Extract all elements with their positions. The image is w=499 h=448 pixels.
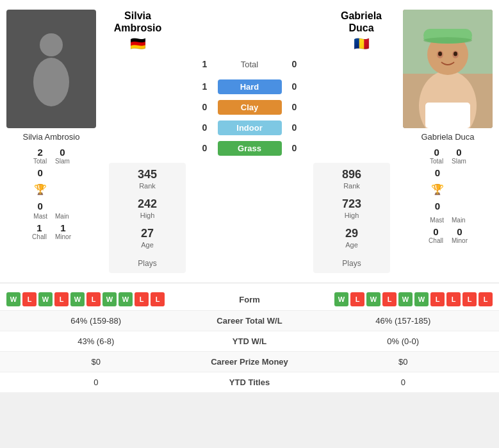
stats-center-label: YTD W/L — [186, 336, 314, 346]
right-total-label: Total — [430, 158, 443, 165]
svg-point-12 — [454, 52, 457, 56]
left-stats-grid2: Mast Main — [33, 213, 69, 220]
right-age-value: 29 — [316, 227, 387, 240]
stats-center-label: Career Total W/L — [186, 316, 314, 326]
hard-row: 1 Hard 0 — [106, 77, 393, 96]
form-badge: L — [135, 292, 149, 306]
total-score-right: 0 — [282, 59, 307, 69]
svg-point-0 — [40, 33, 63, 56]
left-player-photo — [6, 10, 96, 128]
stats-center-label: YTD Titles — [186, 377, 314, 387]
stats-left-value: $0 — [6, 357, 186, 367]
left-player-panel: Silvia Ambrosio 2 Total 0 Slam 0 🏆 0 — [0, 6, 102, 276]
right-player-photo — [403, 10, 493, 128]
right-high-cell: 723 High — [316, 197, 387, 219]
stats-right-value: 46% (157-185) — [314, 316, 493, 326]
right-main-value: 0 — [435, 201, 440, 212]
left-rank-label: Rank — [112, 182, 183, 190]
form-badge: L — [382, 292, 397, 306]
main-container: Silvia Ambrosio 2 Total 0 Slam 0 🏆 0 — [0, 0, 499, 392]
stats-left-value: 0 — [6, 377, 186, 387]
right-stats-grid3: Mast Main — [430, 217, 465, 224]
left-high-cell: 242 High — [112, 197, 183, 219]
left-minor-label: Minor — [55, 233, 71, 240]
header-row: Silvia Ambrosio 🇩🇪 Gabriela Duca 🇷🇴 — [102, 10, 397, 51]
stats-left-value: 64% (159-88) — [6, 316, 186, 326]
left-total-value: 2 — [37, 147, 42, 158]
form-badge: W — [70, 292, 85, 306]
stats-left-value: 43% (6-8) — [6, 336, 186, 346]
left-slam-label: Slam — [55, 158, 70, 165]
stats-row: 0 YTD Titles 0 — [0, 372, 499, 392]
right-age-label: Age — [316, 241, 387, 249]
form-badges-left: WLWLWLWWLL — [6, 292, 211, 306]
left-age-cell: 27 Age — [112, 227, 183, 249]
stats-right-value: $0 — [314, 357, 493, 367]
right-player-name-label: Gabriela Duca — [421, 132, 474, 142]
left-total-cell: 2 Total — [33, 147, 47, 165]
form-badge: W — [38, 292, 53, 306]
left-age-label: Age — [112, 241, 183, 249]
hard-score-right: 0 — [282, 81, 307, 92]
form-badge: L — [22, 292, 37, 306]
right-total-value: 0 — [434, 147, 439, 158]
form-badge: W — [119, 292, 133, 306]
form-badge: W — [366, 292, 380, 306]
right-plays-label: Plays — [316, 259, 387, 268]
form-badge: L — [479, 292, 493, 306]
svg-point-8 — [423, 37, 472, 44]
grass-score-right: 0 — [282, 143, 307, 153]
left-rank-value: 345 — [112, 168, 183, 181]
stats-table: 64% (159-88) Career Total W/L 46% (157-1… — [0, 310, 499, 392]
left-slam-value: 0 — [60, 147, 65, 158]
total-row: 1 Total 0 — [106, 55, 393, 73]
left-mast-value: 0 — [37, 167, 42, 178]
right-minor-value: 0 — [457, 226, 462, 237]
left-header-name: Silvia Ambrosio — [102, 10, 173, 34]
form-badge: L — [462, 292, 477, 306]
svg-rect-13 — [425, 103, 470, 128]
left-info-block: 345 Rank 242 High 27 Age Plays — [109, 163, 186, 273]
right-info-block: 896 Rank 723 High 29 Age Plays — [313, 163, 390, 273]
right-chall-cell: 0 Chall — [428, 226, 444, 244]
right-rank-value: 896 — [316, 168, 387, 181]
right-flag: 🇷🇴 — [326, 36, 397, 51]
total-score-left: 1 — [192, 59, 218, 69]
form-badge: L — [151, 292, 165, 306]
right-minor-label: Minor — [452, 237, 468, 244]
left-stats-grid3: 1 Chall 1 Minor — [31, 222, 71, 240]
left-mast-label-cell: Mast — [33, 213, 47, 220]
total-label: Total — [218, 60, 282, 69]
right-name-flag: Gabriela Duca 🇷🇴 — [326, 10, 397, 51]
svg-point-11 — [438, 52, 442, 56]
right-player-panel: Gabriela Duca 0 Total 0 Slam 0 🏆 0 — [397, 6, 499, 276]
form-badge: L — [430, 292, 445, 306]
stats-right-value: 0% (0-0) — [314, 336, 493, 346]
right-minor-cell: 0 Minor — [452, 226, 468, 244]
left-age-value: 27 — [112, 227, 183, 240]
left-mast-label: Mast — [33, 213, 47, 220]
right-slam-label: Slam — [452, 158, 466, 165]
form-badge: L — [446, 292, 461, 306]
right-stats-grid2: 0 🏆 0 — [431, 167, 464, 212]
right-mast-row: 0 🏆 0 — [431, 167, 444, 212]
left-mast-cell: 0 🏆 0 — [33, 167, 47, 212]
right-rank-cell: 896 Rank — [316, 168, 387, 190]
clay-row: 0 Clay 0 — [106, 97, 393, 117]
hard-score-left: 1 — [192, 81, 218, 92]
form-badge: W — [6, 292, 20, 306]
clay-score-right: 0 — [282, 102, 307, 112]
left-chall-cell: 1 Chall — [31, 222, 47, 240]
left-minor-cell: 1 Minor — [55, 222, 71, 240]
form-badge: L — [54, 292, 69, 306]
right-trophy-icon: 🏆 — [431, 183, 444, 195]
left-stats-grid: 2 Total 0 Slam 0 🏆 0 — [33, 147, 70, 212]
info-blocks-row: 345 Rank 242 High 27 Age Plays — [102, 163, 397, 273]
grass-badge: Grass — [218, 141, 282, 156]
form-badge: L — [350, 292, 364, 306]
svg-point-1 — [33, 58, 69, 106]
right-chall-value: 0 — [433, 226, 438, 237]
clay-badge: Clay — [218, 100, 282, 115]
right-high-value: 723 — [316, 197, 387, 211]
left-player-name-label: Silvia Ambrosio — [23, 132, 80, 142]
